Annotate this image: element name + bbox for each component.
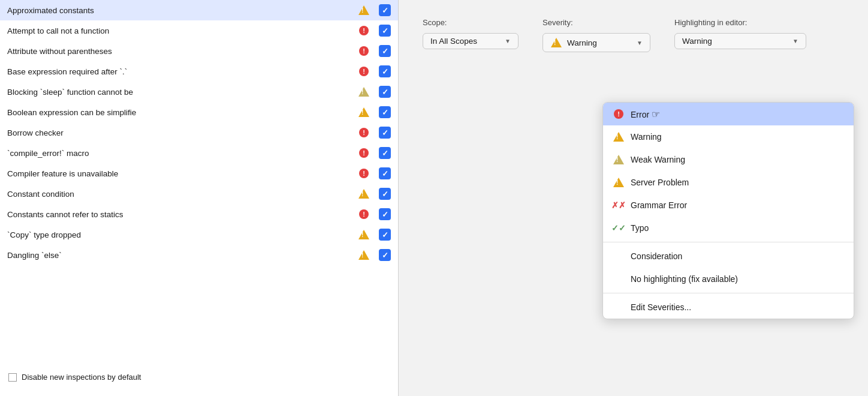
scope-control: Scope: In All Scopes ▼: [423, 18, 519, 49]
error-icon: !: [357, 44, 370, 58]
list-item[interactable]: Base expression required after `.`!: [0, 61, 398, 82]
error-icon: !: [357, 167, 370, 180]
list-item-name: Attribute without parentheses: [7, 47, 357, 56]
server-problem-option-icon: [613, 176, 625, 188]
list-item[interactable]: Boolean expression can be simplifie: [0, 102, 398, 122]
list-item-name: Constants cannot refer to statics: [7, 210, 357, 219]
error-icon: !: [357, 146, 370, 160]
severity-dropdown[interactable]: Warning ▼: [542, 33, 650, 52]
list-item-checkbox[interactable]: [379, 147, 391, 159]
dropdown-item-server-problem[interactable]: Server Problem: [603, 171, 854, 194]
no-highlighting-option-icon: [613, 273, 625, 285]
dropdown-item-label-warning: Warning: [631, 132, 662, 142]
list-item[interactable]: Approximated constants: [0, 0, 398, 20]
list-item-checkbox[interactable]: [379, 208, 391, 220]
list-item-checkbox[interactable]: [379, 65, 391, 77]
list-item-name: Base expression required after `.`: [7, 67, 357, 76]
list-item-checkbox[interactable]: [379, 167, 391, 179]
list-item-name: Borrow checker: [7, 128, 357, 137]
dropdown-item-label-grammar-error: Grammar Error: [631, 200, 687, 210]
error-icon: !: [357, 208, 370, 221]
dropdown-item-typo[interactable]: ✓✓Typo: [603, 217, 854, 239]
severity-label: Severity:: [542, 18, 650, 27]
list-item[interactable]: Compiler feature is unavailable!: [0, 163, 398, 184]
list-item-checkbox[interactable]: [379, 249, 391, 261]
list-item[interactable]: `compile_error!` macro!: [0, 143, 398, 163]
dropdown-separator: [603, 242, 854, 242]
warning-triangle-icon: [551, 38, 562, 47]
scope-label: Scope:: [423, 18, 519, 27]
list-item[interactable]: Dangling `else`: [0, 245, 398, 265]
dropdown-item-label-server-problem: Server Problem: [631, 178, 689, 187]
list-item-name: Approximated constants: [7, 6, 357, 15]
highlighting-arrow-icon: ▼: [792, 38, 798, 44]
right-panel: Scope: In All Scopes ▼ Severity: Warning…: [399, 0, 868, 396]
list-item-name: Attempt to call not a function: [7, 26, 357, 35]
dropdown-item-warning[interactable]: Warning: [603, 125, 854, 148]
list-item-checkbox[interactable]: [379, 45, 391, 57]
list-item-name: Constant condition: [7, 190, 357, 199]
error-icon: !: [357, 65, 370, 78]
list-item-checkbox[interactable]: [379, 25, 391, 37]
highlighting-value: Warning: [682, 37, 712, 46]
scope-arrow-icon: ▼: [505, 38, 511, 44]
warning-icon: [357, 106, 370, 119]
list-item[interactable]: Borrow checker!: [0, 122, 398, 143]
scope-value: In All Scopes: [430, 37, 477, 46]
bottom-bar: Disable new inspections by default: [0, 365, 398, 389]
severity-control: Severity: Warning ▼: [542, 18, 650, 52]
inspection-list: Approximated constantsAttempt to call no…: [0, 0, 398, 365]
severity-value: Warning: [567, 38, 597, 47]
dropdown-item-edit-severities[interactable]: Edit Severities...: [603, 296, 854, 319]
list-item-checkbox[interactable]: [379, 86, 391, 98]
dropdown-item-no-highlighting[interactable]: No highlighting (fix available): [603, 268, 854, 290]
list-item-checkbox[interactable]: [379, 188, 391, 200]
weak-warning-icon: [357, 85, 370, 98]
list-item[interactable]: Attribute without parentheses!: [0, 41, 398, 61]
list-item-checkbox[interactable]: [379, 127, 391, 139]
dropdown-item-error[interactable]: !Error ☞: [603, 103, 854, 125]
severity-dropdown-popup: !Error ☞WarningWeak WarningServer Proble…: [602, 102, 854, 319]
dropdown-item-label-typo: Typo: [631, 223, 649, 233]
list-item-name: Blocking `sleep` function cannot be: [7, 88, 357, 97]
error-option-icon: !: [613, 108, 625, 120]
list-item-name: Compiler feature is unavailable: [7, 169, 357, 178]
list-item-name: Dangling `else`: [7, 251, 357, 260]
list-item-checkbox[interactable]: [379, 106, 391, 118]
list-item-name: `Copy` type dropped: [7, 230, 357, 239]
warning-option-icon: [613, 131, 625, 143]
disable-inspections-checkbox[interactable]: [8, 373, 17, 382]
list-item-checkbox[interactable]: [379, 4, 391, 16]
consideration-option-icon: [613, 250, 625, 262]
dropdown-item-consideration[interactable]: Consideration: [603, 245, 854, 268]
warning-icon: [357, 228, 370, 241]
severity-arrow-icon: ▼: [637, 40, 643, 46]
disable-inspections-label: Disable new inspections by default: [22, 373, 141, 382]
dropdown-item-label-no-highlighting: No highlighting (fix available): [631, 274, 738, 284]
list-item[interactable]: Blocking `sleep` function cannot be: [0, 82, 398, 102]
dropdown-item-label-error: Error ☞: [631, 109, 660, 120]
controls-row: Scope: In All Scopes ▼ Severity: Warning…: [423, 18, 844, 52]
dropdown-item-grammar-error[interactable]: ✗✗Grammar Error: [603, 194, 854, 217]
dropdown-item-label-consideration: Consideration: [631, 251, 682, 261]
list-item[interactable]: Constants cannot refer to statics!: [0, 204, 398, 224]
list-item-checkbox[interactable]: [379, 229, 391, 241]
dropdown-item-label-weak-warning: Weak Warning: [631, 155, 685, 164]
dropdown-item-weak-warning[interactable]: Weak Warning: [603, 148, 854, 171]
list-item[interactable]: Attempt to call not a function!: [0, 20, 398, 41]
list-item[interactable]: `Copy` type dropped: [0, 224, 398, 245]
grammar-error-option-icon: ✗✗: [613, 199, 625, 211]
error-icon: !: [357, 126, 370, 139]
warning-icon: [357, 187, 370, 200]
left-panel: Approximated constantsAttempt to call no…: [0, 0, 399, 396]
list-item-name: `compile_error!` macro: [7, 149, 357, 158]
dropdown-separator: [603, 293, 854, 293]
severity-icon: [550, 37, 562, 49]
list-item[interactable]: Constant condition: [0, 184, 398, 204]
scope-dropdown[interactable]: In All Scopes ▼: [423, 33, 519, 49]
typo-option-icon: ✓✓: [613, 222, 625, 234]
highlighting-label: Highlighting in editor:: [674, 18, 806, 27]
edit-severities-option-icon: [613, 301, 625, 313]
highlighting-dropdown[interactable]: Warning ▼: [674, 33, 806, 49]
warning-icon: [357, 248, 370, 262]
